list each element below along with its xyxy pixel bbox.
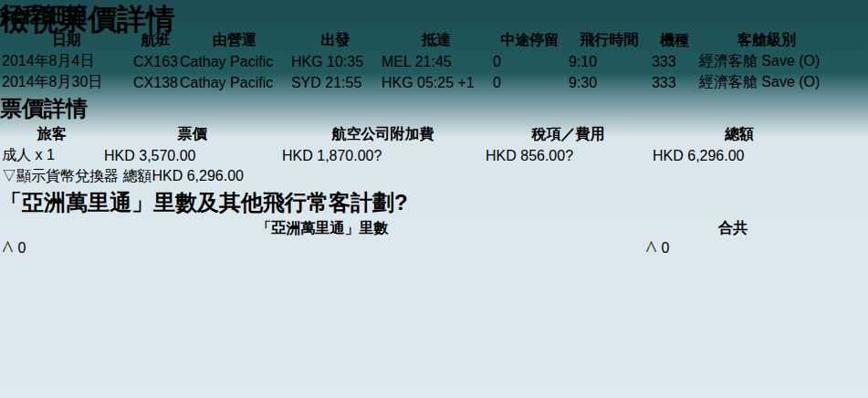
operated-by: Cathay Pacific [180,73,289,92]
miles-earned-cell: 0 [2,240,643,257]
col-header-taxes: 稅項／費用 [486,125,651,144]
grand-total-value: HKD 6,296.00 [152,168,244,183]
col-header-asia-miles: 「亞洲萬里通」里數 [2,219,643,238]
miles-header-row: 「亞洲萬里通」里數 合共 [2,219,821,238]
taxes-help-icon[interactable]: ? [565,148,573,163]
aircraft-type-link[interactable]: 333 [652,73,697,92]
grand-total-label: 總額 [122,168,152,183]
stopover-count: 0 [493,52,567,71]
currency-converter-toggle[interactable]: ▽顯示貨幣兌換器 [2,168,119,183]
grand-total: 總額HKD 6,296.00 [122,168,244,183]
arrival-time: HKG 05:25 +1 [382,73,491,92]
cabin-class-link[interactable]: 經濟客艙 Save (O) [699,73,834,92]
fare-amount: HKD 3,570.00 [104,146,280,165]
operated-by: Cathay Pacific [180,52,289,71]
row-total-amount: HKD 6,296.00 [653,146,826,165]
asia-miles-icon [2,241,14,253]
flight-date: 2014年8月30日 [2,73,131,92]
currency-total-cell: ▽顯示貨幣兌換器 總額HKD 6,296.00 [2,167,826,186]
stopover-count: 0 [493,73,567,92]
miles-table: 「亞洲萬里通」里數 合共 0 0 [0,217,822,258]
aircraft-type-link[interactable]: 333 [652,52,697,71]
departure-time: SYD 21:55 [291,73,380,92]
flight-number-link[interactable]: CX138 [133,73,178,92]
col-header-miles-total: 合共 [645,219,821,238]
col-header-total: 總額 [653,125,826,144]
fare-section-title: 票價詳情 [0,94,868,123]
flight-date: 2014年8月4日 [2,52,131,71]
col-header-fare: 票價 [104,125,280,144]
taxes-amount: HKD 856.00 [486,148,565,163]
departure-time: HKG 10:35 [291,52,380,71]
page-title: 檢視票價詳情 [0,0,868,40]
itinerary-row-outbound: 2014年8月4日 CX163 Cathay Pacific HKG 10:35… [2,52,834,71]
currency-converter-label: 顯示貨幣兌換器 [16,168,119,183]
miles-section-title: 「亞洲萬里通」里數及其他飛行常客計劃? [0,188,868,217]
fare-row: 成人 x 1 HKD 3,570.00 HKD 1,870.00? HKD 85… [2,146,826,165]
miles-total-value: 0 [661,240,669,256]
miles-section-title-text: 「亞洲萬里通」里數及其他飛行常客計劃 [0,190,394,215]
currency-total-row: ▽顯示貨幣兌換器 總額HKD 6,296.00 [2,167,826,186]
surcharge-amount: HKD 1,870.00 [282,148,374,163]
miles-earned-value: 0 [17,240,26,256]
fare-header-row: 旅客 票價 航空公司附加費 稅項／費用 總額 [2,125,826,144]
col-header-surcharge: 航空公司附加費 [282,125,484,144]
fare-table: 旅客 票價 航空公司附加費 稅項／費用 總額 成人 x 1 HKD 3,570.… [0,123,828,188]
taxes-cell: HKD 856.00? [486,146,651,165]
miles-total-cell: 0 [645,240,821,257]
miles-help-icon[interactable]: ? [394,190,408,215]
flight-duration: 9:30 [569,73,650,92]
flight-duration: 9:10 [569,52,650,71]
cabin-class-link[interactable]: 經濟客艙 Save (O) [699,52,834,71]
col-header-passenger: 旅客 [2,125,102,144]
flight-number-link[interactable]: CX163 [133,52,178,71]
collapse-triangle-icon: ▽ [2,168,16,183]
page-header: 檢視票價詳情 [0,0,868,37]
surcharge-cell: HKD 1,870.00? [282,146,484,165]
passenger-type: 成人 x 1 [2,146,102,165]
asia-miles-icon [645,241,657,253]
itinerary-row-inbound: 2014年8月30日 CX138 Cathay Pacific SYD 21:5… [2,73,834,92]
miles-row: 0 0 [2,240,821,257]
surcharge-help-icon[interactable]: ? [374,148,382,163]
arrival-time: MEL 21:45 [382,52,491,71]
